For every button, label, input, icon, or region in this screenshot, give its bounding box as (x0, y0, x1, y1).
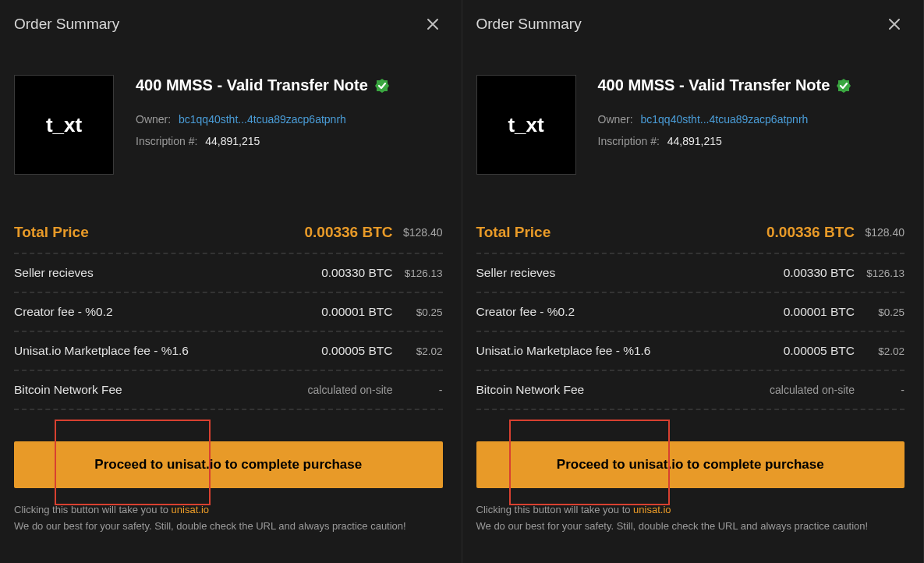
cta-wrap: Proceed to unisat.io to complete purchas… (476, 441, 905, 488)
row-seller-label: Seller recieves (14, 266, 299, 280)
row-creator-label: Creator fee - %0.2 (14, 305, 299, 319)
row-total-btc: 0.00336 BTC (761, 224, 855, 241)
row-seller-btc: 0.00330 BTC (299, 266, 393, 280)
owner-link[interactable]: bc1qq40stht...4tcua89zacp6atpnrh (641, 113, 809, 126)
row-network-dash: - (393, 384, 443, 396)
item-meta: 400 MMSS - Valid Transfer Note Owner: bc… (598, 75, 852, 175)
row-seller-label: Seller recieves (476, 266, 762, 280)
row-total: Total Price 0.00336 BTC $128.40 (476, 212, 905, 254)
owner-label: Owner: (598, 113, 633, 126)
inscription-label: Inscription #: (598, 135, 660, 147)
item-block: t_xt 400 MMSS - Valid Transfer Note Owne… (14, 75, 443, 175)
inscription-value: 44,891,215 (205, 135, 260, 147)
row-marketplace: Unisat.io Marketplace fee - %1.6 0.00005… (14, 332, 443, 371)
panel-title: Order Summary (14, 16, 119, 33)
price-rows: Total Price 0.00336 BTC $128.40 Seller r… (14, 212, 443, 410)
footer-line1: Clicking this button will take you to un… (476, 502, 905, 519)
row-seller-btc: 0.00330 BTC (761, 266, 855, 280)
row-seller-usd: $126.13 (393, 267, 443, 279)
row-network-note: calculated on-site (761, 384, 855, 396)
row-creator: Creator fee - %0.2 0.00001 BTC $0.25 (14, 293, 443, 332)
row-marketplace-btc: 0.00005 BTC (761, 344, 855, 358)
order-summary-panel-right: Order Summary t_xt 400 MMSS - Valid Tran… (462, 0, 925, 563)
item-meta: 400 MMSS - Valid Transfer Note Owner: bc… (136, 75, 390, 175)
row-network-label: Bitcoin Network Fee (14, 383, 299, 397)
item-title: 400 MMSS - Valid Transfer Note (136, 76, 368, 94)
close-icon (426, 17, 440, 31)
proceed-button[interactable]: Proceed to unisat.io to complete purchas… (476, 441, 905, 488)
row-seller: Seller recieves 0.00330 BTC $126.13 (14, 254, 443, 293)
item-title: 400 MMSS - Valid Transfer Note (598, 76, 830, 94)
owner-label: Owner: (136, 113, 171, 126)
item-thumbnail: t_xt (14, 75, 114, 175)
panel-header: Order Summary (14, 14, 443, 34)
footer-note: Clicking this button will take you to un… (14, 502, 443, 535)
item-block: t_xt 400 MMSS - Valid Transfer Note Owne… (476, 75, 905, 175)
footer-link[interactable]: unisat.io (172, 504, 209, 515)
row-seller: Seller recieves 0.00330 BTC $126.13 (476, 254, 905, 293)
svg-marker-1 (837, 79, 851, 93)
row-seller-usd: $126.13 (855, 267, 905, 279)
verified-icon (374, 78, 390, 94)
footer-line1-pre: Clicking this button will take you to (476, 504, 634, 515)
row-network-dash: - (855, 384, 905, 396)
cta-wrap: Proceed to unisat.io to complete purchas… (14, 441, 443, 488)
footer-line1: Clicking this button will take you to un… (14, 502, 443, 519)
footer-note: Clicking this button will take you to un… (476, 502, 905, 535)
close-button[interactable] (423, 14, 443, 34)
row-total-label: Total Price (476, 224, 762, 241)
inscription-line: Inscription #: 44,891,215 (136, 135, 390, 147)
row-network-note: calculated on-site (299, 384, 393, 396)
row-marketplace-label: Unisat.io Marketplace fee - %1.6 (14, 344, 299, 358)
inscription-value: 44,891,215 (667, 135, 722, 147)
row-network-label: Bitcoin Network Fee (476, 383, 762, 397)
row-creator-btc: 0.00001 BTC (299, 305, 393, 319)
row-creator-btc: 0.00001 BTC (761, 305, 855, 319)
owner-link[interactable]: bc1qq40stht...4tcua89zacp6atpnrh (179, 113, 346, 126)
order-summary-panel-left: Order Summary t_xt 400 MMSS - Valid Tran… (0, 0, 462, 563)
panel-title: Order Summary (476, 16, 582, 33)
row-total-usd: $128.40 (855, 226, 905, 239)
close-button[interactable] (884, 14, 905, 34)
owner-line: Owner: bc1qq40stht...4tcua89zacp6atpnrh (136, 113, 390, 126)
item-thumbnail-text: t_xt (508, 113, 543, 137)
footer-line1-pre: Clicking this button will take you to (14, 504, 172, 515)
row-total-label: Total Price (14, 224, 299, 241)
row-network: Bitcoin Network Fee calculated on-site - (14, 371, 443, 410)
inscription-label: Inscription #: (136, 135, 197, 147)
item-thumbnail-text: t_xt (46, 113, 82, 137)
row-marketplace-usd: $2.02 (393, 345, 443, 357)
price-rows: Total Price 0.00336 BTC $128.40 Seller r… (476, 212, 905, 410)
row-creator-usd: $0.25 (855, 306, 905, 318)
row-marketplace-usd: $2.02 (855, 345, 905, 357)
svg-marker-0 (375, 79, 389, 93)
row-creator: Creator fee - %0.2 0.00001 BTC $0.25 (476, 293, 905, 332)
row-creator-label: Creator fee - %0.2 (476, 305, 762, 319)
footer-line2: We do our best for your safety. Still, d… (476, 519, 905, 535)
row-total-usd: $128.40 (393, 226, 443, 239)
row-total: Total Price 0.00336 BTC $128.40 (14, 212, 443, 254)
proceed-button[interactable]: Proceed to unisat.io to complete purchas… (14, 441, 443, 488)
close-icon (887, 17, 901, 31)
footer-line2: We do our best for your safety. Still, d… (14, 519, 443, 535)
item-title-row: 400 MMSS - Valid Transfer Note (598, 76, 852, 94)
panel-header: Order Summary (476, 14, 905, 34)
row-network: Bitcoin Network Fee calculated on-site - (476, 371, 905, 410)
verified-icon (836, 78, 851, 94)
inscription-line: Inscription #: 44,891,215 (598, 135, 852, 147)
owner-line: Owner: bc1qq40stht...4tcua89zacp6atpnrh (598, 113, 852, 126)
item-thumbnail: t_xt (476, 75, 576, 175)
item-title-row: 400 MMSS - Valid Transfer Note (136, 76, 390, 94)
row-creator-usd: $0.25 (393, 306, 443, 318)
footer-link[interactable]: unisat.io (633, 504, 671, 515)
row-total-btc: 0.00336 BTC (299, 224, 393, 241)
row-marketplace: Unisat.io Marketplace fee - %1.6 0.00005… (476, 332, 905, 371)
row-marketplace-label: Unisat.io Marketplace fee - %1.6 (476, 344, 762, 358)
row-marketplace-btc: 0.00005 BTC (299, 344, 393, 358)
